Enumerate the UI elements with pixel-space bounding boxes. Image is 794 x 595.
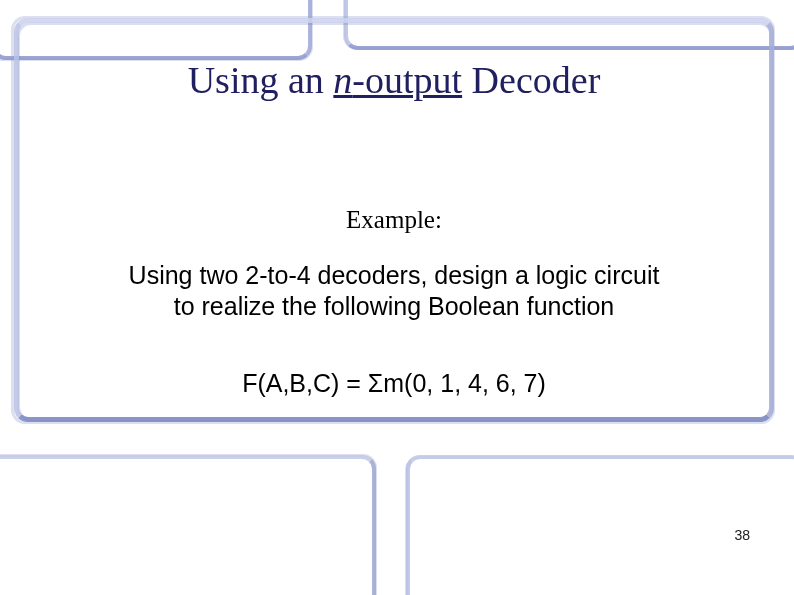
slide-title: Using an n-output Decoder bbox=[14, 58, 774, 102]
slide-content: Using an n-output Decoder Example: Using… bbox=[14, 18, 774, 422]
page-number: 38 bbox=[734, 527, 750, 543]
title-output: -output bbox=[352, 59, 462, 101]
border-bottom-left bbox=[0, 455, 376, 595]
title-prefix: Using an bbox=[188, 59, 334, 101]
example-label: Example: bbox=[14, 206, 774, 234]
border-bottom-right bbox=[406, 455, 794, 595]
title-n: n bbox=[333, 59, 352, 101]
title-suffix: Decoder bbox=[462, 59, 600, 101]
body-line-2: to realize the following Boolean functio… bbox=[174, 292, 615, 320]
body-line-1: Using two 2-to-4 decoders, design a logi… bbox=[129, 261, 660, 289]
body-text: Using two 2-to-4 decoders, design a logi… bbox=[14, 260, 774, 323]
formula: F(A,B,C) = Σm(0, 1, 4, 6, 7) bbox=[14, 369, 774, 398]
